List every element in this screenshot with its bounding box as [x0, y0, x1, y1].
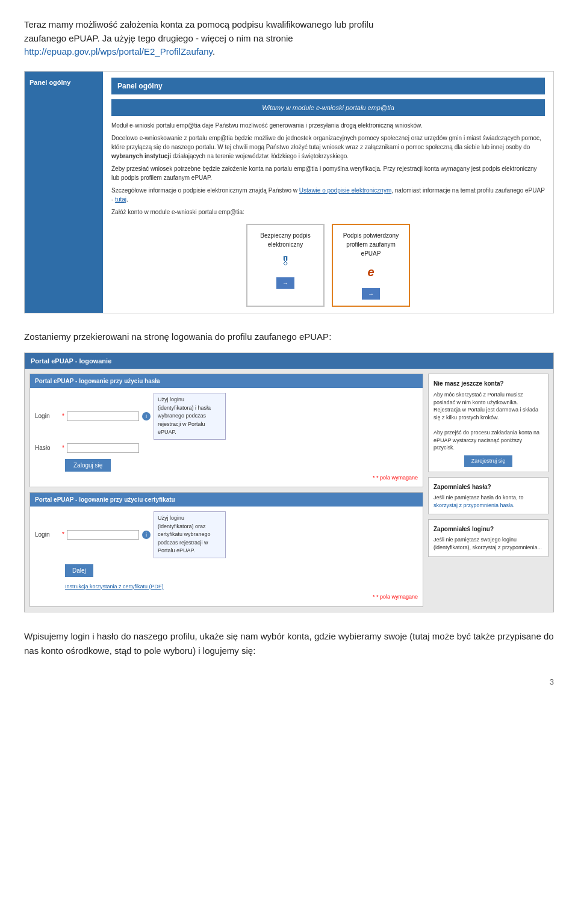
zapomnieles-loginu-header: Zapomniałeś loginu? — [434, 525, 543, 534]
haslo-row: Hasło * — [35, 443, 418, 453]
login-haslo-panel: Portal ePUAP - logowanie przy użyciu has… — [30, 374, 423, 487]
required-star-cert: * — [62, 530, 64, 539]
welcome-banner: Witamy w module e-wnioski portalu emp@ti… — [111, 99, 545, 117]
panel-text-2: Docelowo e-wnioskowanie z portalu emp@ti… — [111, 134, 545, 161]
sidebar-label: Panel ogólny — [30, 79, 70, 86]
login-cert-panel: Portal ePUAP - logowanie przy użyciu cer… — [30, 492, 423, 607]
intro-link[interactable]: http://epuap.gov.pl/wps/portal/E2_Profil… — [24, 46, 213, 57]
epuap-icon: e — [341, 263, 400, 281]
cert-info-bubble: Użyj loginu (identyfikatora) oraz certyf… — [154, 511, 226, 558]
zarejestruj-btn[interactable]: Zarejestruj się — [464, 455, 512, 467]
login-info-bubble: Użyj loginu (identyfikatora) i hasła wyb… — [154, 393, 226, 440]
login-cert-input[interactable] — [67, 530, 139, 540]
page-number: 3 — [24, 676, 554, 688]
dalej-btn[interactable]: Dalej — [65, 564, 93, 577]
login-label: Login — [35, 411, 62, 420]
screenshot-epuap-login: Portal ePUAP - logowanie Portal ePUAP - … — [24, 353, 554, 612]
zapomnieles-loginu-text: Jeśli nie pamiętasz swojego loginu (iden… — [434, 536, 543, 551]
login-options-row: Bezpieczny podpis elektroniczny 🎖 → Podp… — [111, 224, 545, 307]
zapomnieles-hasla-text: Jeśli nie pamiętasz hasła do konta, to s… — [434, 494, 543, 509]
bezpieczny-podpis-label: Bezpieczny podpis elektroniczny — [256, 231, 315, 249]
nie-masz-header: Nie masz jeszcze konta? — [434, 379, 543, 388]
epuap-window-title: Portal ePUAP - logowanie — [25, 353, 553, 369]
przypomnienie-hasla-link[interactable]: skorzystaj z przypomnienia hasła — [434, 502, 513, 508]
intro-line1: Teraz mamy możliwość założenia konta za … — [24, 19, 373, 29]
bezpieczny-podpis-box: Bezpieczny podpis elektroniczny 🎖 → — [246, 224, 325, 307]
login-haslo-body: Login * i Użyj loginu (identyfikatora) i… — [30, 388, 423, 487]
nie-masz-konta-panel: Nie masz jeszcze konta? Aby móc skorzyst… — [428, 374, 548, 472]
login-row: Login * i Użyj loginu (identyfikatora) i… — [35, 393, 418, 440]
login-label-cert: Login — [35, 530, 62, 539]
bezpieczny-arrow-btn[interactable]: → — [276, 277, 294, 289]
haslo-input[interactable] — [67, 443, 139, 453]
login-cert-header: Portal ePUAP - logowanie przy użyciu cer… — [30, 493, 423, 507]
required-star-login: * — [62, 411, 64, 420]
panel-main-header: Panel ogólny — [111, 78, 545, 94]
haslo-label: Hasło — [35, 443, 62, 452]
panel-sidebar: Panel ogólny — [25, 72, 103, 313]
medal-icon: 🎖 — [256, 254, 315, 270]
required-star-haslo: * — [62, 443, 64, 452]
panel-text-4: Szczegółowe informacje o podpisie elektr… — [111, 186, 545, 204]
pola-wymagane-1: * * pola wymagane — [35, 474, 418, 482]
login-input[interactable] — [67, 411, 139, 421]
nie-masz-text: Aby móc skorzystać z Portalu musisz posi… — [434, 391, 543, 452]
login-haslo-header: Portal ePUAP - logowanie przy użyciu has… — [30, 374, 423, 388]
tutaj-link[interactable]: tutaj — [115, 196, 126, 203]
intro-paragraph: Teraz mamy możliwość założenia konta za … — [24, 18, 554, 59]
login-info-icon[interactable]: i — [142, 412, 151, 420]
outro-paragraph: Wpisujemy login i hasło do naszego profi… — [24, 629, 554, 658]
profil-zaufany-label: Podpis potwierdzony profilem zaufanym eP… — [341, 231, 400, 258]
profil-zaufany-box: Podpis potwierdzony profilem zaufanym eP… — [332, 224, 410, 307]
epuap-right-column: Nie masz jeszcze konta? Aby móc skorzyst… — [428, 374, 548, 607]
screenshot-panel-ogolny: Panel ogólny Panel ogólny Witamy w modul… — [24, 71, 554, 314]
panel-text-5: Załóż konto w module e-wnioski portalu e… — [111, 208, 545, 217]
ustawa-link[interactable]: Ustawie o podpisie elektronicznym — [299, 187, 391, 194]
panel-text-1: Moduł e-wnioski portalu emp@tia daje Pań… — [111, 121, 545, 130]
zaloguj-btn[interactable]: Zaloguj się — [65, 459, 111, 472]
intro-line2: zaufanego ePUAP. Ja użyję tego drugiego … — [24, 33, 293, 43]
zapomnieles-loginu-panel: Zapomniałeś loginu? Jeśli nie pamiętasz … — [428, 519, 548, 556]
pola-wymagane-2: * * pola wymagane — [35, 593, 418, 602]
epuap-body: Portal ePUAP - logowanie przy użyciu has… — [25, 369, 553, 612]
zapomnieles-hasla-header: Zapomniałeś hasła? — [434, 482, 543, 491]
profil-zaufany-arrow-btn[interactable]: → — [362, 288, 380, 300]
panel-text-3: Żeby przesłać wniosek potrzebne będzie z… — [111, 164, 545, 182]
login-cert-body: Login * i Użyj loginu (identyfikatora) o… — [30, 507, 423, 606]
zapomnieles-hasla-panel: Zapomniałeś hasła? Jeśli nie pamiętasz h… — [428, 477, 548, 514]
cert-info-icon[interactable]: i — [142, 531, 151, 539]
section-heading: Zostaniemy przekierowani na stronę logow… — [24, 330, 554, 344]
panel-main: Panel ogólny Witamy w module e-wnioski p… — [103, 72, 553, 313]
login-row-cert: Login * i Użyj loginu (identyfikatora) o… — [35, 511, 418, 558]
epuap-left-column: Portal ePUAP - logowanie przy użyciu has… — [30, 374, 423, 607]
cert-pdf-link[interactable]: Instrukcja korzystania z certyfikatu (PD… — [65, 583, 164, 591]
